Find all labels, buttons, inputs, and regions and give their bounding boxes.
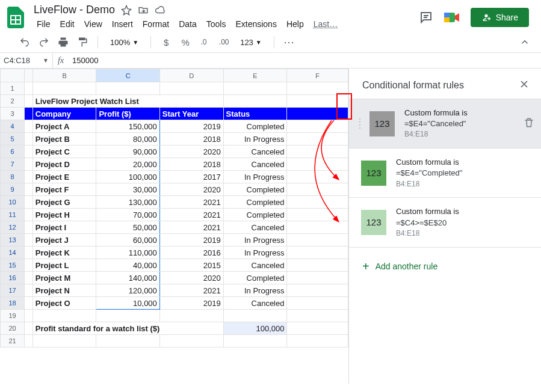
cell-r5-c3[interactable]: 2018 bbox=[159, 133, 223, 145]
cell-r19-c4[interactable] bbox=[223, 310, 287, 322]
cell-r20-c0[interactable] bbox=[25, 322, 33, 335]
cell-r6-c2[interactable]: 90,000 bbox=[96, 145, 159, 158]
spreadsheet-grid[interactable]: BCDEF12LiveFlow Project Watch List3Compa… bbox=[0, 69, 348, 384]
row-header-6[interactable]: 6 bbox=[1, 145, 25, 158]
cell-r18-c1[interactable]: Project O bbox=[32, 297, 96, 310]
cell-r16-c5[interactable] bbox=[287, 272, 348, 284]
row-header-16[interactable]: 16 bbox=[1, 272, 25, 284]
formula-input[interactable]: 150000 bbox=[69, 56, 98, 65]
cell-r15-c2[interactable]: 40,000 bbox=[96, 259, 159, 272]
name-box[interactable]: C4:C18▼ bbox=[0, 53, 53, 68]
menu-edit[interactable]: Edit bbox=[56, 17, 79, 31]
menu-tools[interactable]: Tools bbox=[202, 17, 230, 31]
cell-r21-c3[interactable] bbox=[159, 335, 223, 348]
undo-icon[interactable] bbox=[18, 35, 31, 49]
row-header-10[interactable]: 10 bbox=[1, 196, 25, 209]
cell-r8-c2[interactable]: 100,000 bbox=[96, 171, 159, 183]
cell-r13-c4[interactable]: In Progress bbox=[223, 234, 287, 247]
row-header-2[interactable]: 2 bbox=[1, 95, 25, 108]
col-header-F[interactable]: F bbox=[287, 69, 348, 82]
delete-rule-icon[interactable] bbox=[523, 117, 535, 130]
cell-r10-c1[interactable]: Project G bbox=[32, 196, 96, 209]
cell-r2-c0[interactable] bbox=[25, 95, 33, 108]
cell-r9-c1[interactable]: Project F bbox=[32, 183, 96, 196]
share-button[interactable]: Share bbox=[471, 8, 529, 27]
cell-r11-c0[interactable] bbox=[25, 209, 33, 221]
cell-r7-c3[interactable]: 2018 bbox=[159, 158, 223, 171]
cell-r9-c0[interactable] bbox=[25, 183, 33, 196]
row-header-11[interactable]: 11 bbox=[1, 209, 25, 221]
menu-last-edit[interactable]: Last… bbox=[309, 17, 342, 31]
cell-r15-c1[interactable]: Project L bbox=[32, 259, 96, 272]
cell-r3-c1[interactable]: Company bbox=[32, 108, 96, 120]
cell-r13-c1[interactable]: Project J bbox=[32, 234, 96, 247]
cell-r17-c5[interactable] bbox=[287, 284, 348, 297]
drag-handle-icon[interactable] bbox=[356, 118, 363, 129]
doc-title[interactable]: LiveFlow - Demo bbox=[34, 4, 115, 16]
cell-r7-c4[interactable]: Canceled bbox=[223, 158, 287, 171]
cell-r5-c5[interactable] bbox=[287, 133, 348, 145]
zoom-dropdown[interactable]: 100% ▼ bbox=[107, 38, 142, 47]
print-icon[interactable] bbox=[57, 35, 70, 49]
cell-r7-c5[interactable] bbox=[287, 158, 348, 171]
close-icon[interactable] bbox=[518, 78, 530, 93]
cell-r10-c5[interactable] bbox=[287, 196, 348, 209]
cell-r9-c4[interactable]: Completed bbox=[223, 183, 287, 196]
cell-r11-c2[interactable]: 70,000 bbox=[96, 209, 159, 221]
cell-r20-c1[interactable]: Profit standard for a watch list ($) bbox=[32, 322, 223, 335]
row-header-4[interactable]: 4 bbox=[1, 120, 25, 133]
cell-r14-c3[interactable]: 2016 bbox=[159, 247, 223, 259]
cell-r17-c3[interactable]: 2021 bbox=[159, 284, 223, 297]
cell-r6-c1[interactable]: Project C bbox=[32, 145, 96, 158]
cell-r12-c3[interactable]: 2021 bbox=[159, 221, 223, 234]
row-header-1[interactable]: 1 bbox=[1, 82, 25, 95]
row-header-8[interactable]: 8 bbox=[1, 171, 25, 183]
cell-r19-c1[interactable] bbox=[32, 310, 96, 322]
cell-r20-c5[interactable] bbox=[287, 322, 348, 335]
cell-r19-c5[interactable] bbox=[287, 310, 348, 322]
meet-icon[interactable] bbox=[443, 8, 461, 26]
cell-r6-c3[interactable]: 2020 bbox=[159, 145, 223, 158]
cell-r5-c0[interactable] bbox=[25, 133, 33, 145]
row-header-14[interactable]: 14 bbox=[1, 247, 25, 259]
col-header-C[interactable]: C bbox=[96, 69, 159, 82]
cell-r21-c5[interactable] bbox=[287, 335, 348, 348]
cell-r14-c4[interactable]: In Progress bbox=[223, 247, 287, 259]
cell-r15-c3[interactable]: 2015 bbox=[159, 259, 223, 272]
menu-data[interactable]: Data bbox=[175, 17, 201, 31]
cell-r19-c2[interactable] bbox=[96, 310, 159, 322]
rule-item-1[interactable]: 123 Custom formula is =$E4="Completed" B… bbox=[349, 148, 541, 197]
cell-r15-c5[interactable] bbox=[287, 259, 348, 272]
cell-r5-c2[interactable]: 80,000 bbox=[96, 133, 159, 145]
cell-r21-c4[interactable] bbox=[223, 335, 287, 348]
row-header-7[interactable]: 7 bbox=[1, 158, 25, 171]
row-header-20[interactable]: 20 bbox=[1, 322, 25, 335]
cell-r13-c5[interactable] bbox=[287, 234, 348, 247]
cell-r18-c3[interactable]: 2019 bbox=[159, 297, 223, 310]
row-header-17[interactable]: 17 bbox=[1, 284, 25, 297]
cell-r3-c0[interactable] bbox=[25, 108, 33, 120]
cell-r19-c3[interactable] bbox=[159, 310, 223, 322]
cell-r6-c4[interactable]: Canceled bbox=[223, 145, 287, 158]
cell-r1-c1[interactable] bbox=[32, 82, 96, 95]
decrease-decimal-icon[interactable]: .0 bbox=[198, 35, 211, 49]
cell-r1-c2[interactable] bbox=[96, 82, 159, 95]
cell-r4-c4[interactable]: Completed bbox=[223, 120, 287, 133]
cell-r16-c2[interactable]: 140,000 bbox=[96, 272, 159, 284]
cell-r12-c0[interactable] bbox=[25, 221, 33, 234]
cell-r17-c1[interactable]: Project N bbox=[32, 284, 96, 297]
cell-r4-c2[interactable]: 150,000 bbox=[96, 120, 159, 133]
cell-r13-c0[interactable] bbox=[25, 234, 33, 247]
cell-r9-c5[interactable] bbox=[287, 183, 348, 196]
cell-r3-c2[interactable]: Profit ($) bbox=[96, 108, 159, 120]
cell-r1-c0[interactable] bbox=[25, 82, 33, 95]
cell-r6-c5[interactable] bbox=[287, 145, 348, 158]
collapse-toolbar-icon[interactable] bbox=[518, 35, 531, 49]
row-header-12[interactable]: 12 bbox=[1, 221, 25, 234]
star-icon[interactable] bbox=[121, 5, 132, 16]
row-header-15[interactable]: 15 bbox=[1, 259, 25, 272]
cell-r9-c3[interactable]: 2020 bbox=[159, 183, 223, 196]
sheets-logo[interactable] bbox=[5, 7, 26, 28]
cell-r12-c4[interactable]: Canceled bbox=[223, 221, 287, 234]
cell-r8-c0[interactable] bbox=[25, 171, 33, 183]
